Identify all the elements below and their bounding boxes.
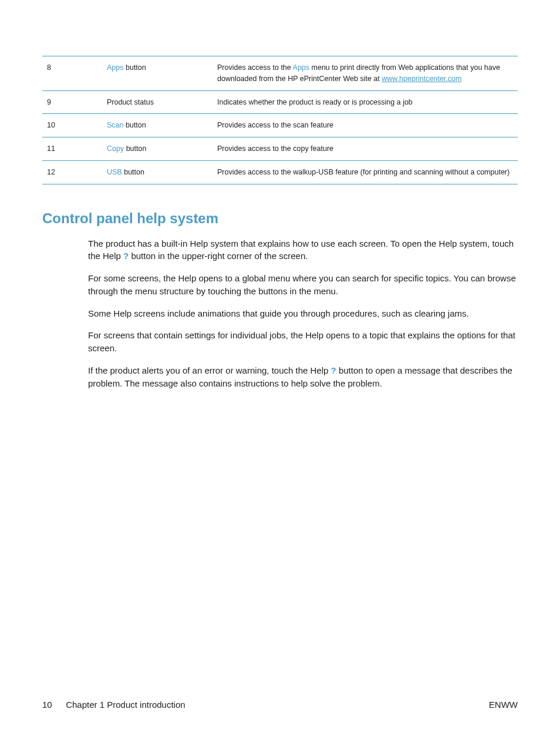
table-row: 10Scan buttonProvides access to the scan… — [42, 114, 518, 137]
page-footer: 10 Chapter 1 Product introduction ENWW — [42, 700, 518, 710]
row-description: Provides access to the scan feature — [217, 114, 518, 137]
row-label: Product status — [107, 90, 217, 114]
label-suffix: button — [124, 63, 146, 72]
label-suffix: button — [124, 145, 146, 153]
row-label: Scan button — [107, 114, 217, 137]
text: If the product alerts you of an error or… — [88, 365, 331, 375]
help-icon: ? — [331, 365, 336, 375]
table-row: 11Copy buttonProvides access to the copy… — [42, 137, 518, 161]
control-panel-table: 8Apps buttonProvides access to the Apps … — [42, 56, 518, 184]
row-number: 8 — [42, 56, 107, 91]
footer-left: 10 Chapter 1 Product introduction — [42, 700, 185, 710]
paragraph: Some Help screens include animations tha… — [88, 307, 518, 320]
body-text: The product has a built-in Help system t… — [88, 237, 518, 390]
table-row: 9Product statusIndicates whether the pro… — [42, 90, 518, 114]
paragraph: If the product alerts you of an error or… — [88, 364, 518, 390]
label-link[interactable]: Copy — [107, 145, 124, 153]
paragraph: For screens that contain settings for in… — [88, 329, 518, 355]
help-icon: ? — [123, 251, 129, 261]
row-description: Provides access to the copy feature — [217, 137, 518, 161]
row-description: Provides access to the Apps menu to prin… — [217, 56, 518, 91]
paragraph: For some screens, the Help opens to a gl… — [88, 272, 518, 298]
chapter-label: Chapter 1 Product introduction — [66, 700, 185, 710]
label-link[interactable]: Scan — [107, 121, 124, 129]
row-label: Apps button — [107, 56, 217, 91]
row-label: Copy button — [107, 137, 217, 161]
row-number: 9 — [42, 90, 107, 114]
document-page: 8Apps buttonProvides access to the Apps … — [0, 0, 560, 389]
footer-right: ENWW — [489, 700, 518, 710]
paragraph: The product has a built-in Help system t… — [88, 237, 518, 263]
label-suffix: button — [124, 121, 146, 129]
section-heading: Control panel help system — [42, 210, 518, 227]
desc-link[interactable]: Apps — [293, 63, 310, 72]
text: button in the upper-right corner of the … — [129, 251, 308, 261]
row-label: USB button — [107, 160, 217, 184]
page-number: 10 — [42, 700, 63, 710]
row-description: Indicates whether the product is ready o… — [217, 90, 518, 114]
label-suffix: button — [122, 168, 144, 176]
row-number: 12 — [42, 160, 107, 184]
table-row: 12USB buttonProvides access to the walku… — [42, 160, 518, 184]
row-description: Provides access to the walkup-USB featur… — [217, 160, 518, 184]
desc-url-link[interactable]: www.hpeprintcenter.com — [382, 75, 461, 83]
row-number: 10 — [42, 114, 107, 137]
text: Provides access to the — [217, 63, 293, 72]
label-link[interactable]: Apps — [107, 63, 124, 72]
table-row: 8Apps buttonProvides access to the Apps … — [42, 56, 518, 91]
row-number: 11 — [42, 137, 107, 161]
label-link[interactable]: USB — [107, 168, 122, 176]
